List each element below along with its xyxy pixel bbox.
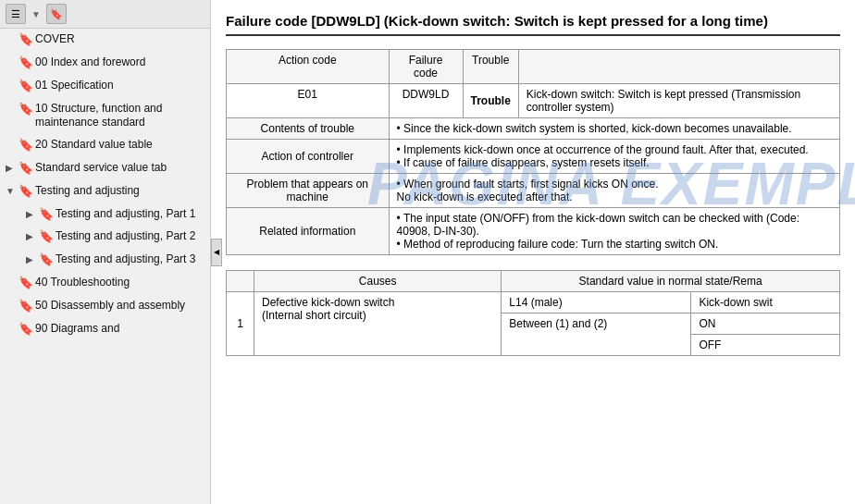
- col-failure-code: Failure code: [389, 50, 463, 84]
- sidebar-item-label: 10 Structure, function and maintenance s…: [35, 102, 203, 130]
- col-no: [227, 271, 254, 292]
- sidebar-item-50-disassembly[interactable]: 🔖50 Disassembly and assembly: [0, 295, 210, 318]
- cause-row-1: 1 Defective kick-down switch(Internal sh…: [227, 292, 840, 313]
- sidebar-item-label: 40 Troubleshooting: [35, 276, 203, 290]
- sidebar-item-90-diagrams[interactable]: 🔖90 Diagrams and: [0, 318, 210, 341]
- bookmark-icon: 🔖: [19, 299, 31, 314]
- expand-arrow: ▶: [26, 230, 37, 242]
- trouble-desc: Kick-down switch: Switch is kept pressed…: [518, 84, 839, 118]
- col-trouble: Trouble: [463, 50, 518, 84]
- main-content: Failure code [DDW9LD] (Kick-down switch:…: [211, 0, 855, 367]
- sidebar-item-00-index[interactable]: 🔖00 Index and foreword: [0, 52, 210, 75]
- sidebar: ☰ ▼ 🔖 🔖COVER 🔖00 Index and foreword 🔖01 …: [0, 0, 211, 504]
- bookmark-icon: 🔖: [19, 102, 31, 117]
- expand-arrow: [6, 33, 17, 45]
- expand-arrow: [6, 323, 17, 335]
- between-label: Between (1) and (2): [502, 313, 691, 356]
- failure-row: Contents of trouble• Since the kick-down…: [227, 118, 840, 140]
- expand-arrow: ▶: [26, 208, 37, 220]
- row-content-cell: • Implements kick-down once at occurrenc…: [389, 140, 839, 174]
- expand-arrow: ▶: [26, 253, 37, 265]
- sidebar-item-testing-adj-p3[interactable]: ▶🔖Testing and adjusting, Part 3: [0, 249, 210, 272]
- on-value: ON: [691, 313, 840, 335]
- connector-label: L14 (male): [502, 292, 691, 313]
- sidebar-item-testing-adj-p2[interactable]: ▶🔖Testing and adjusting, Part 2: [0, 226, 210, 249]
- bookmark-icon: 🔖: [19, 276, 31, 291]
- bookmark-icon: 🔖: [19, 79, 31, 94]
- sidebar-item-label: 50 Disassembly and assembly: [35, 299, 203, 313]
- bookmark-icon: 🔖: [19, 32, 31, 48]
- row-header-cell: Contents of trouble: [227, 118, 390, 140]
- sidebar-item-20-std[interactable]: 🔖20 Standard value table: [0, 134, 210, 157]
- action-code-value: E01: [227, 84, 390, 118]
- failure-code-value: DDW9LD: [389, 84, 463, 118]
- menu-icon[interactable]: ☰: [6, 4, 26, 24]
- sidebar-item-label: 90 Diagrams and: [35, 322, 203, 337]
- off-value: OFF: [691, 335, 840, 356]
- sidebar-item-label: 00 Index and foreword: [35, 55, 203, 70]
- trouble-label: Trouble: [463, 84, 518, 118]
- bookmark-icon: 🔖: [39, 207, 52, 223]
- sidebar-item-label: 20 Standard value table: [35, 138, 203, 153]
- row-header-cell: Action of controller: [227, 140, 390, 174]
- sidebar-item-01-spec[interactable]: 🔖01 Specification: [0, 75, 210, 98]
- expand-arrow: [6, 103, 17, 115]
- sidebar-item-testing-adj[interactable]: ▼🔖Testing and adjusting: [0, 180, 210, 203]
- failure-row: Action of controller• Implements kick-do…: [227, 140, 840, 174]
- row-header-cell: Problem that appears on machine: [227, 174, 390, 208]
- col-trouble-desc-header: [518, 50, 839, 84]
- sidebar-item-label: Testing and adjusting: [35, 184, 203, 199]
- sidebar-nav: 🔖COVER 🔖00 Index and foreword 🔖01 Specif…: [0, 29, 210, 504]
- bookmark-icon: 🔖: [19, 138, 31, 154]
- bookmark-icon: 🔖: [39, 229, 52, 245]
- bookmark-icon: 🔖: [19, 184, 31, 200]
- sidebar-item-label: Standard service value tab: [35, 161, 203, 176]
- bookmark-icon: 🔖: [19, 55, 31, 71]
- failure-row: Related information• The input state (ON…: [227, 208, 840, 255]
- expand-arrow: [6, 277, 17, 289]
- bookmark-icon: 🔖: [39, 252, 52, 268]
- row-content-cell: • The input state (ON/OFF) from the kick…: [389, 208, 839, 255]
- expand-arrow: [6, 56, 17, 68]
- bookmark-icon: 🔖: [19, 322, 31, 338]
- sidebar-toolbar: ☰ ▼ 🔖: [0, 0, 210, 29]
- sidebar-item-40-trouble[interactable]: 🔖40 Troubleshooting: [0, 272, 210, 295]
- sidebar-item-testing-adj-p1[interactable]: ▶🔖Testing and adjusting, Part 1: [0, 203, 210, 227]
- expand-arrow: [6, 300, 17, 312]
- expand-arrow: [6, 139, 17, 151]
- sidebar-item-label: Testing and adjusting, Part 1: [56, 207, 203, 222]
- cause-desc: Defective kick-down switch(Internal shor…: [254, 292, 502, 356]
- sidebar-item-10-struct[interactable]: 🔖10 Structure, function and maintenance …: [0, 98, 210, 134]
- sidebar-item-label: Testing and adjusting, Part 3: [56, 252, 203, 267]
- col-action-code: Action code: [227, 50, 390, 84]
- cause-no: 1: [227, 292, 254, 356]
- sidebar-item-label: 01 Specification: [35, 79, 203, 93]
- sidebar-item-std-svc[interactable]: ▶🔖Standard service value tab: [0, 157, 210, 180]
- bookmark-icon[interactable]: 🔖: [46, 4, 67, 24]
- row-content-cell: • Since the kick-down switch system is s…: [389, 118, 839, 140]
- row-content-cell: • When ground fault starts, first signal…: [389, 174, 839, 208]
- sidebar-collapse-button[interactable]: ◀: [211, 239, 222, 266]
- expand-arrow: [6, 80, 17, 92]
- failure-table: Action code Failure code Trouble E01 DDW…: [226, 49, 840, 255]
- expand-arrow: ▼: [6, 185, 17, 197]
- failure-row: Problem that appears on machine• When gr…: [227, 174, 840, 208]
- sidebar-item-label: COVER: [35, 32, 203, 47]
- kick-down-label: Kick-down swit: [691, 292, 840, 313]
- sidebar-item-label: Testing and adjusting, Part 2: [56, 229, 203, 244]
- expand-arrow: ▶: [6, 162, 17, 174]
- row-header-cell: Related information: [227, 208, 390, 255]
- page-title: Failure code [DDW9LD] (Kick-down switch:…: [226, 11, 840, 36]
- bookmark-icon: 🔖: [19, 161, 31, 177]
- col-std-value: Standard value in normal state/Rema: [502, 271, 840, 292]
- causes-table: Causes Standard value in normal state/Re…: [226, 270, 840, 356]
- sidebar-item-cover[interactable]: 🔖COVER: [0, 29, 210, 52]
- col-causes: Causes: [254, 271, 502, 292]
